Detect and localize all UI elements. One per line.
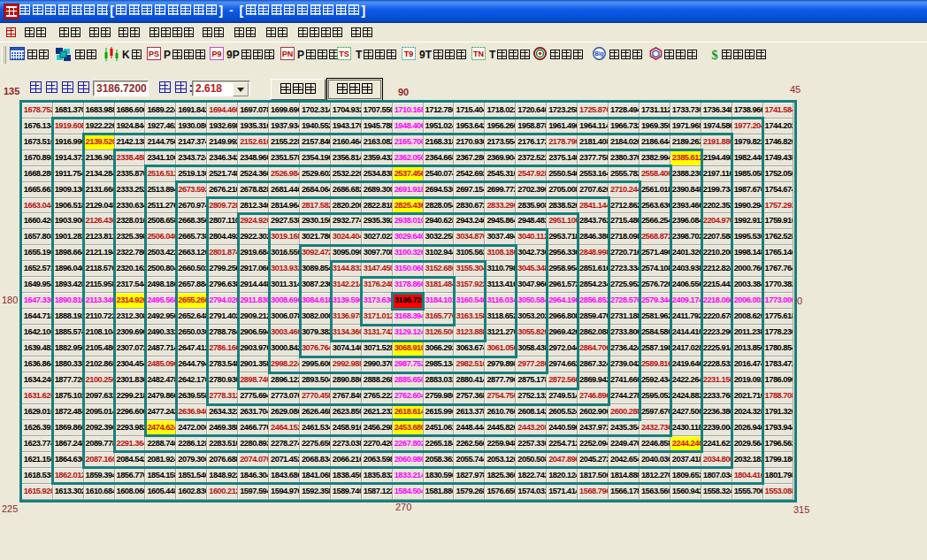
svg-text:TN: TN	[473, 50, 484, 58]
svg-text:P9: P9	[211, 50, 221, 58]
svg-text:PN: PN	[282, 50, 294, 58]
svg-text:Big: Big	[594, 50, 604, 58]
svg-text:$: $	[711, 48, 718, 62]
svg-text:PS: PS	[149, 50, 159, 58]
svg-text:TS: TS	[339, 50, 349, 58]
svg-text:T9: T9	[404, 50, 414, 58]
